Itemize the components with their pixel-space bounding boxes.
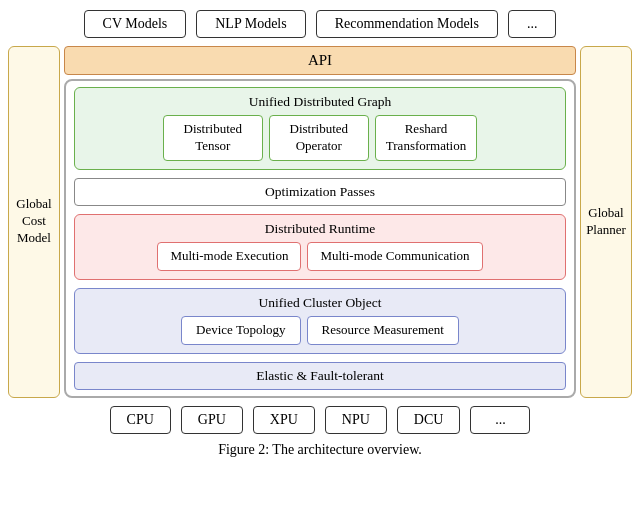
- unified-distributed-graph: Unified Distributed Graph Distributed Te…: [74, 87, 566, 170]
- distributed-runtime-title: Distributed Runtime: [83, 221, 557, 237]
- distributed-runtime: Distributed Runtime Multi-mode Execution…: [74, 214, 566, 280]
- unified-cluster-title: Unified Cluster Object: [83, 295, 557, 311]
- recommendation-models-box: Recommendation Models: [316, 10, 498, 38]
- center-stack: API Unified Distributed Graph Distribute…: [64, 46, 576, 398]
- unified-graph-title: Unified Distributed Graph: [83, 94, 557, 110]
- main-architecture: Global Cost Model API Unified Distribute…: [8, 46, 632, 398]
- bottom-devices-row: CPU GPU XPU NPU DCU ...: [110, 406, 531, 434]
- unified-cluster-object: Unified Cluster Object Device Topology R…: [74, 288, 566, 354]
- api-bar: API: [64, 46, 576, 75]
- top-models-row: CV Models NLP Models Recommendation Mode…: [84, 10, 557, 38]
- cv-models-box: CV Models: [84, 10, 187, 38]
- distributed-operator-box: Distributed Operator: [269, 115, 369, 161]
- global-planner-label: Global Planner: [580, 46, 632, 398]
- reshard-transformation-box: Reshard Transformation: [375, 115, 477, 161]
- resource-measurement-box: Resource Measurement: [307, 316, 459, 345]
- multi-mode-execution-box: Multi-mode Execution: [157, 242, 301, 271]
- distributed-tensor-box: Distributed Tensor: [163, 115, 263, 161]
- multi-mode-communication-box: Multi-mode Communication: [307, 242, 482, 271]
- figure-caption: Figure 2: The architecture overview.: [218, 442, 422, 458]
- dcu-box: DCU: [397, 406, 461, 434]
- optimization-passes: Optimization Passes: [74, 178, 566, 206]
- nlp-models-box: NLP Models: [196, 10, 305, 38]
- outer-gray-wrapper: Unified Distributed Graph Distributed Te…: [64, 79, 576, 398]
- global-cost-model-label: Global Cost Model: [8, 46, 60, 398]
- xpu-box: XPU: [253, 406, 315, 434]
- runtime-inner-row: Multi-mode Execution Multi-mode Communic…: [83, 242, 557, 271]
- elastic-bar: Elastic & Fault-tolerant: [74, 362, 566, 390]
- more-models-box: ...: [508, 10, 557, 38]
- cluster-inner-row: Device Topology Resource Measurement: [83, 316, 557, 345]
- graph-inner-row: Distributed Tensor Distributed Operator …: [83, 115, 557, 161]
- gpu-box: GPU: [181, 406, 243, 434]
- cpu-box: CPU: [110, 406, 171, 434]
- device-topology-box: Device Topology: [181, 316, 300, 345]
- npu-box: NPU: [325, 406, 387, 434]
- more-devices-box: ...: [470, 406, 530, 434]
